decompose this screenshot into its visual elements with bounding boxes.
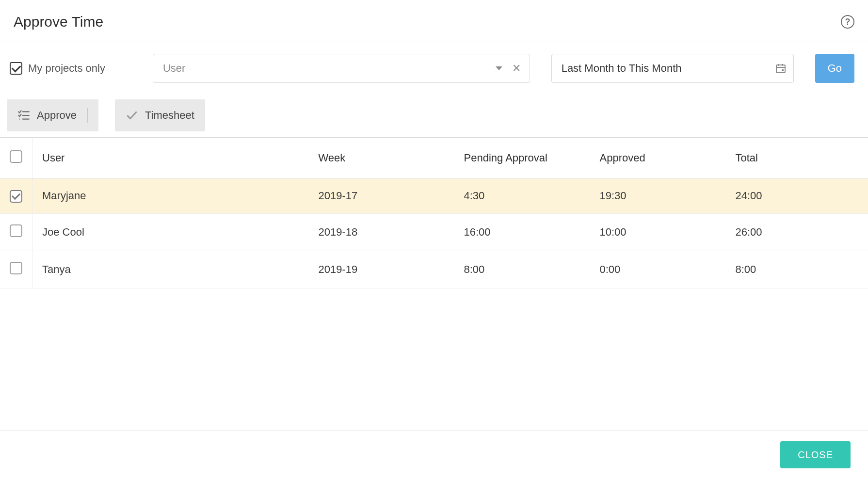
dialog-footer: CLOSE (0, 430, 868, 479)
user-select[interactable]: User ✕ (153, 54, 530, 83)
table-row[interactable]: Maryjane2019-174:3019:3024:00 (0, 179, 868, 214)
page-title: Approve Time (14, 14, 103, 30)
time-table: User Week Pending Approval Approved Tota… (0, 137, 868, 430)
chevron-down-icon[interactable] (496, 66, 502, 70)
cell-week: 2019-18 (309, 213, 454, 251)
col-approved: Approved (590, 138, 726, 179)
cell-total: 24:00 (726, 179, 868, 214)
user-select-placeholder: User (163, 62, 496, 75)
approve-list-icon (17, 109, 30, 122)
checkbox-icon[interactable] (10, 62, 22, 75)
row-select[interactable] (0, 251, 32, 288)
check-icon (126, 109, 138, 122)
bulk-actions: Approve Timesheet (0, 99, 868, 131)
checkbox-icon[interactable] (10, 224, 22, 237)
cell-pending: 8:00 (454, 251, 590, 288)
go-button[interactable]: Go (815, 54, 854, 83)
cell-user: Maryjane (32, 179, 309, 214)
help-icon[interactable]: ? (841, 15, 854, 29)
checkbox-icon[interactable] (10, 190, 22, 203)
col-pending: Pending Approval (454, 138, 590, 179)
cell-user: Joe Cool (32, 213, 309, 251)
table-row[interactable]: Tanya2019-198:000:008:00 (0, 251, 868, 288)
close-button[interactable]: CLOSE (780, 441, 851, 468)
approve-button-label: Approve (37, 109, 77, 122)
timesheet-button[interactable]: Timesheet (115, 99, 205, 131)
cell-pending: 4:30 (454, 179, 590, 214)
clear-icon[interactable]: ✕ (510, 62, 523, 75)
cell-week: 2019-17 (309, 179, 454, 214)
cell-user: Tanya (32, 251, 309, 288)
cell-approved: 0:00 (590, 251, 726, 288)
checkbox-icon[interactable] (10, 150, 22, 163)
my-projects-label: My projects only (28, 62, 105, 75)
col-total: Total (726, 138, 868, 179)
calendar-icon[interactable] (775, 63, 787, 74)
cell-total: 26:00 (726, 213, 868, 251)
table-row[interactable]: Joe Cool2019-1816:0010:0026:00 (0, 213, 868, 251)
cell-pending: 16:00 (454, 213, 590, 251)
cell-approved: 19:30 (590, 179, 726, 214)
timesheet-button-label: Timesheet (145, 109, 194, 122)
row-select[interactable] (0, 179, 32, 214)
checkbox-icon[interactable] (10, 262, 22, 274)
row-select[interactable] (0, 213, 32, 251)
date-range-value: Last Month to This Month (562, 62, 775, 75)
col-week: Week (309, 138, 454, 179)
select-all-header[interactable] (0, 138, 32, 179)
cell-week: 2019-19 (309, 251, 454, 288)
cell-approved: 10:00 (590, 213, 726, 251)
cell-total: 8:00 (726, 251, 868, 288)
svg-rect-0 (776, 65, 785, 73)
svg-rect-4 (782, 69, 784, 71)
approve-button[interactable]: Approve (7, 99, 98, 131)
my-projects-toggle[interactable]: My projects only (10, 62, 105, 75)
divider (87, 108, 88, 123)
dialog-header: Approve Time ? (0, 0, 868, 42)
col-user: User (32, 138, 309, 179)
filter-bar: My projects only User ✕ Last Month to Th… (0, 42, 868, 99)
date-range-select[interactable]: Last Month to This Month (551, 54, 794, 83)
